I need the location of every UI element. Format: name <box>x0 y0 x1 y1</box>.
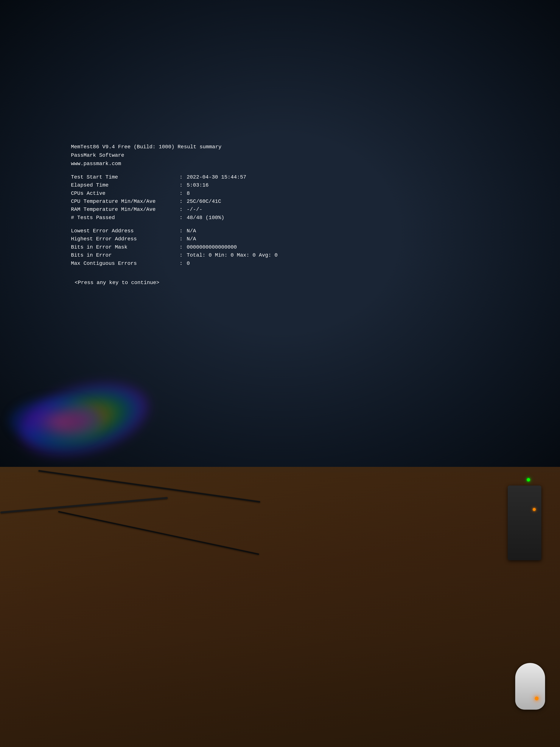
colon-max-contiguous: : <box>176 259 187 267</box>
value-elapsed: 5:03:16 <box>187 181 489 189</box>
value-max-contiguous: 0 <box>187 259 489 267</box>
value-cpu-temp: 25C/60C/41C <box>187 198 489 205</box>
colon-cpu-temp: : <box>176 198 187 205</box>
error-section: Lowest Error Address : N/A Highest Error… <box>71 227 489 267</box>
colon-bits-mask: : <box>176 243 187 251</box>
label-highest-error: Highest Error Address <box>71 235 176 243</box>
label-ram-temp: RAM Temperature Min/Max/Ave <box>71 205 176 213</box>
company-name: PassMark Software <box>71 152 124 158</box>
speaker <box>508 486 541 560</box>
title-line-1: MemTest86 V9.4 Free (Build: 1000) Result… <box>71 143 489 151</box>
info-row-lowest-error: Lowest Error Address : N/A <box>71 227 489 235</box>
value-cpus: 8 <box>187 189 489 198</box>
info-row-elapsed: Elapsed Time : 5:03:16 <box>71 181 489 189</box>
colon-lowest-error: : <box>176 227 187 235</box>
label-cpus: CPUs Active <box>71 189 176 198</box>
colon-test-start: : <box>176 173 187 181</box>
label-lowest-error: Lowest Error Address <box>71 227 176 235</box>
info-row-bits-mask: Bits in Error Mask : 0000000000000000 <box>71 243 489 251</box>
label-bits-error: Bits in Error <box>71 251 176 259</box>
monitor-screen: MemTest86 V9.4 Free (Build: 1000) Result… <box>0 0 560 467</box>
rainbow-reflection2 <box>9 398 103 444</box>
info-row-cpu-temp: CPU Temperature Min/Max/Ave : 25C/60C/41… <box>71 198 489 205</box>
colon-tests-passed: : <box>176 214 187 222</box>
info-row-max-contiguous: Max Contiguous Errors : 0 <box>71 259 489 267</box>
value-lowest-error: N/A <box>187 227 489 235</box>
title-line-3: www.passmark.com <box>71 160 489 168</box>
title-line-2: PassMark Software <box>71 151 489 159</box>
value-bits-mask: 0000000000000000 <box>187 243 489 251</box>
colon-ram-temp: : <box>176 205 187 213</box>
colon-cpus: : <box>176 189 187 198</box>
info-row-tests-passed: # Tests Passed : 48/48 (100%) <box>71 214 489 222</box>
value-highest-error: N/A <box>187 235 489 243</box>
label-tests-passed: # Tests Passed <box>71 214 176 222</box>
speaker-led-green <box>527 478 530 482</box>
info-row-bits-error: Bits in Error : Total: 0 Min: 0 Max: 0 A… <box>71 251 489 259</box>
terminal-output: MemTest86 V9.4 Free (Build: 1000) Result… <box>56 132 504 298</box>
value-tests-passed: 48/48 (100%) <box>187 214 489 222</box>
label-test-start: Test Start Time <box>71 173 176 181</box>
press-any-key-prompt[interactable]: <Press any key to continue> <box>75 279 489 287</box>
value-bits-error: Total: 0 Min: 0 Max: 0 Avg: 0 <box>187 251 489 259</box>
info-row-highest-error: Highest Error Address : N/A <box>71 235 489 243</box>
info-row-test-start: Test Start Time : 2022-04-30 15:44:57 <box>71 173 489 181</box>
press-key-text: <Press any key to continue> <box>75 280 159 286</box>
desk-area <box>0 467 560 747</box>
label-cpu-temp: CPU Temperature Min/Max/Ave <box>71 198 176 205</box>
label-elapsed: Elapsed Time <box>71 181 176 189</box>
value-test-start: 2022-04-30 15:44:57 <box>187 173 489 181</box>
value-ram-temp: -/-/- <box>187 205 489 213</box>
colon-highest-error: : <box>176 235 187 243</box>
colon-elapsed: : <box>176 181 187 189</box>
desk-surface <box>0 467 560 747</box>
app-title: MemTest86 V9.4 Free (Build: 1000) Result… <box>71 144 221 150</box>
info-row-ram-temp: RAM Temperature Min/Max/Ave : -/-/- <box>71 205 489 213</box>
mouse <box>515 663 545 710</box>
label-max-contiguous: Max Contiguous Errors <box>71 259 176 267</box>
colon-bits-error: : <box>176 251 187 259</box>
info-row-cpus: CPUs Active : 8 <box>71 189 489 198</box>
website-url: www.passmark.com <box>71 161 121 166</box>
mouse-led <box>535 697 538 700</box>
label-bits-mask: Bits in Error Mask <box>71 243 176 251</box>
speaker-led-orange <box>533 508 536 511</box>
system-info-section: Test Start Time : 2022-04-30 15:44:57 El… <box>71 173 489 222</box>
